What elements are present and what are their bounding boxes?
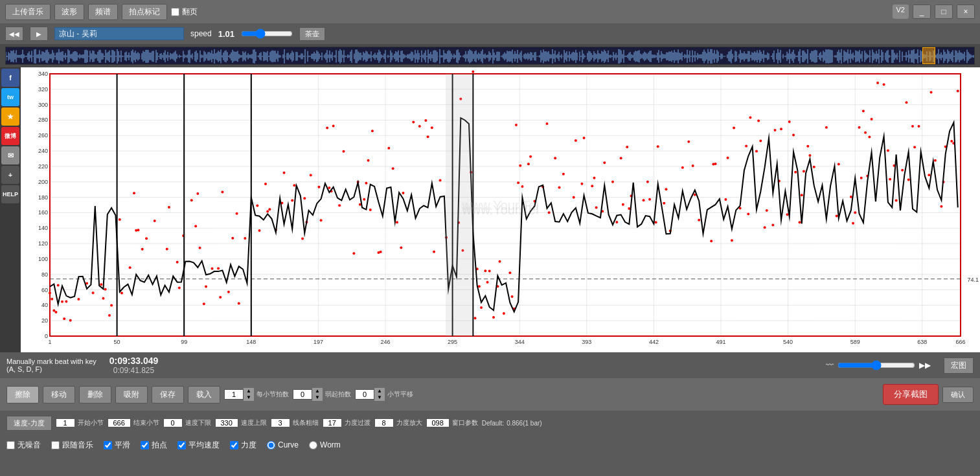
end-bar-input[interactable] (108, 418, 131, 427)
load-button[interactable]: 载入 (188, 386, 220, 403)
force-smooth-input[interactable] (323, 418, 342, 427)
default-group: Default: 0.866(1 bar) (482, 420, 542, 427)
beats-per-bar-group: ▲ ▼ 每小节拍数 (224, 388, 289, 401)
add-button[interactable]: + (1, 166, 19, 184)
share-screenshot-button[interactable]: 分享截图 (883, 384, 939, 405)
smooth-label: 平滑 (115, 440, 130, 451)
force-label: 力度 (241, 440, 256, 451)
line-width-label: 线条粗细 (293, 418, 319, 427)
flip-checkbox-label: 翻页 (171, 6, 198, 17)
erase-button[interactable]: 擦除 (6, 386, 39, 403)
force-smooth-group: 力度过渡 (323, 418, 370, 427)
weibo-button[interactable]: 微博 (1, 127, 19, 145)
force-max-input[interactable] (374, 418, 394, 427)
avg-speed-checkbox[interactable] (177, 441, 186, 449)
beat-shift-input[interactable] (355, 389, 374, 400)
waveform-bar (0, 44, 980, 67)
song-bar: ◀◀ ▶ speed 1.01 茶壶 (0, 23, 980, 44)
end-bar-label: 结束小节 (133, 418, 159, 427)
force-max-group: 力度放大 (374, 418, 422, 427)
beats-per-bar-input[interactable] (224, 389, 244, 400)
avg-speed-checkbox-label: 平均速度 (177, 440, 220, 451)
waveform-overview[interactable] (5, 47, 975, 65)
beat-point-checkbox-label: 拍点 (141, 440, 167, 451)
curve-radio[interactable] (267, 441, 275, 449)
beat-shift-down[interactable]: ▼ (374, 394, 385, 401)
speed-high-label: 速度上限 (241, 418, 267, 427)
upload-music-button[interactable]: 上传音乐 (5, 4, 51, 20)
default-value: 0.866(1 bar) (507, 420, 541, 427)
no-noise-label: 无噪音 (17, 440, 41, 451)
maximize-button[interactable]: □ (935, 5, 953, 19)
top-toolbar: 上传音乐 波形 频谱 拍点标记 翻页 V2 _ □ × (0, 0, 980, 23)
line-width-input[interactable] (271, 418, 290, 427)
beat-shift-up[interactable]: ▲ (374, 388, 385, 394)
rewind-button[interactable]: ◀◀ (5, 27, 23, 41)
beat-shift-spinner[interactable]: ▲ ▼ (355, 388, 385, 401)
confirm-button[interactable]: 确认 (942, 387, 974, 403)
facebook-button[interactable]: f (1, 69, 19, 87)
worm-radio[interactable] (309, 441, 317, 449)
speed-slider[interactable] (241, 28, 293, 39)
window-group: 窗口参数 (426, 418, 478, 427)
save-button[interactable]: 保存 (152, 386, 184, 403)
overview-button[interactable]: 宏图 (944, 357, 974, 374)
speed-high-group: 速度上限 (215, 418, 267, 427)
start-beat-label: 弱起拍数 (325, 390, 351, 399)
song-title-input[interactable] (54, 27, 184, 40)
start-bar-input[interactable] (56, 418, 75, 427)
default-label: Default: (482, 420, 504, 427)
start-beat-up[interactable]: ▲ (312, 388, 323, 394)
window-input[interactable] (426, 418, 450, 427)
beat-point-label: 拍点 (152, 440, 167, 451)
beats-per-bar-down[interactable]: ▼ (244, 394, 254, 401)
start-beat-down[interactable]: ▼ (312, 394, 323, 401)
help-button[interactable]: HELP (1, 185, 19, 203)
start-beat-group: ▲ ▼ 弱起拍数 (293, 388, 351, 401)
favorite-button[interactable]: ★ (1, 108, 19, 126)
start-bar-group: 开始小节 (56, 418, 104, 427)
spectrum-button[interactable]: 频谱 (88, 4, 118, 20)
force-checkbox-label: 力度 (230, 440, 256, 451)
speed-arrow-icon: ▶▶ (919, 361, 931, 370)
beat-shift-group: ▲ ▼ 小节平移 (355, 388, 413, 401)
time-secondary: 0:09:41.825 (109, 366, 159, 375)
avg-speed-label: 平均速度 (188, 440, 220, 451)
no-noise-checkbox[interactable] (6, 441, 15, 449)
playback-speed-area: 〰 ▶▶ (826, 360, 931, 370)
waveform-button[interactable]: 波形 (54, 4, 84, 20)
playback-speed-slider[interactable] (838, 360, 915, 370)
no-noise-checkbox-label: 无噪音 (6, 440, 41, 451)
absorb-button[interactable]: 吸附 (115, 386, 148, 403)
beat-marker-button[interactable]: 拍点标记 (122, 4, 167, 20)
main-chart-canvas (21, 67, 980, 352)
start-bar-label: 开始小节 (78, 418, 104, 427)
close-button[interactable]: × (957, 5, 975, 19)
beat-point-checkbox[interactable] (141, 441, 149, 449)
chart-container[interactable]: www.Your.Tel (21, 67, 980, 352)
accompany-checkbox[interactable] (51, 441, 60, 449)
smooth-checkbox[interactable] (104, 441, 112, 449)
minimize-button[interactable]: _ (913, 5, 931, 19)
delete-button[interactable]: 删除 (79, 386, 111, 403)
speed-high-input[interactable] (215, 418, 238, 427)
waveform-canvas (6, 47, 975, 65)
move-button[interactable]: 移动 (43, 386, 75, 403)
apply-button[interactable]: 茶壶 (299, 27, 325, 41)
play-button[interactable]: ▶ (30, 27, 48, 41)
twitter-button[interactable]: tw (1, 88, 19, 106)
status-hint: Manually mark beat with key (A, S, D, F) (6, 357, 97, 373)
start-beat-input[interactable] (293, 389, 312, 400)
worm-label: Worm (320, 440, 341, 449)
flip-checkbox[interactable] (171, 8, 179, 16)
mode-button[interactable]: 速度-力度 (6, 416, 52, 431)
time-display: 0:09:33.049 0:09:41.825 (109, 356, 159, 375)
speed-low-input[interactable] (163, 418, 183, 427)
window-controls: V2 _ □ × (893, 5, 975, 19)
mail-button[interactable]: ✉ (1, 146, 19, 164)
start-beat-spinner[interactable]: ▲ ▼ (293, 388, 323, 401)
beats-per-bar-up[interactable]: ▲ (244, 388, 254, 394)
force-checkbox[interactable] (230, 441, 238, 449)
beats-per-bar-spinner[interactable]: ▲ ▼ (224, 388, 254, 401)
speed-value: 1.01 (218, 29, 234, 39)
